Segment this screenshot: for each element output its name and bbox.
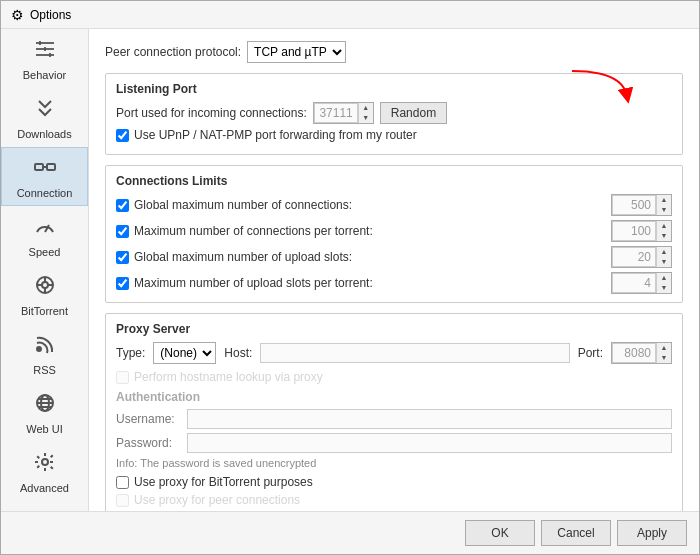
proxy-port-down[interactable]: ▼: [657, 353, 671, 363]
upnp-label: Use UPnP / NAT-PMP port forwarding from …: [134, 128, 417, 142]
protocol-section: Peer connection protocol: TCP and µTP: [105, 41, 683, 63]
auth-section: Authentication Username: Password: Info:…: [116, 390, 672, 469]
proxy-port-spinner[interactable]: 8080 ▲ ▼: [611, 342, 672, 364]
upload-per-torrent-row: Maximum number of upload slots per torre…: [116, 272, 672, 294]
hostname-lookup-checkbox[interactable]: [116, 371, 129, 384]
global-max-label: Global maximum number of connections:: [134, 198, 352, 212]
upload-slots-spinner[interactable]: 20 ▲ ▼: [611, 246, 672, 268]
hostname-lookup-row: Perform hostname lookup via proxy: [116, 370, 672, 384]
upload-per-torrent-checkbox[interactable]: [116, 277, 129, 290]
upload-per-torrent-up[interactable]: ▲: [657, 273, 671, 283]
upload-per-torrent-spinner[interactable]: 4 ▲ ▼: [611, 272, 672, 294]
svg-rect-6: [35, 164, 43, 170]
proxy-title: Proxy Server: [116, 322, 672, 336]
port-spin-up[interactable]: ▲: [359, 103, 373, 113]
proxy-port-label: Port:: [578, 346, 603, 360]
global-max-down[interactable]: ▼: [657, 205, 671, 215]
proxy-bittorrent-row: Use proxy for BitTorrent purposes: [116, 475, 672, 489]
password-label: Password:: [116, 436, 181, 450]
password-row: Password:: [116, 433, 672, 453]
global-max-input[interactable]: 500: [612, 195, 656, 215]
global-max-up[interactable]: ▲: [657, 195, 671, 205]
proxy-port-up[interactable]: ▲: [657, 343, 671, 353]
title-text: Options: [30, 8, 71, 22]
port-row: Port used for incoming connections: 3711…: [116, 102, 672, 124]
upnp-checkbox[interactable]: [116, 129, 129, 142]
max-per-torrent-row: Maximum number of connections per torren…: [116, 220, 672, 242]
speed-icon: [33, 215, 57, 243]
sidebar-item-speed[interactable]: Speed: [1, 206, 88, 265]
upload-per-torrent-down[interactable]: ▼: [657, 283, 671, 293]
proxy-bittorrent-label: Use proxy for BitTorrent purposes: [134, 475, 313, 489]
max-per-torrent-spinner[interactable]: 100 ▲ ▼: [611, 220, 672, 242]
listening-port-title: Listening Port: [116, 82, 672, 96]
proxy-type-select[interactable]: (None): [153, 342, 216, 364]
proxy-port-input[interactable]: 8080: [612, 343, 656, 363]
upload-per-torrent-label: Maximum number of upload slots per torre…: [134, 276, 373, 290]
global-max-spinner[interactable]: 500 ▲ ▼: [611, 194, 672, 216]
port-input[interactable]: 37111: [314, 103, 358, 123]
upload-slots-input[interactable]: 20: [612, 247, 656, 267]
svg-rect-7: [47, 164, 55, 170]
title-bar: ⚙ Options: [1, 1, 699, 29]
max-per-torrent-down[interactable]: ▼: [657, 231, 671, 241]
auth-title: Authentication: [116, 390, 672, 404]
sidebar-item-downloads[interactable]: Downloads: [1, 88, 88, 147]
password-input[interactable]: [187, 433, 672, 453]
bittorrent-icon: [33, 274, 57, 302]
upload-slots-up[interactable]: ▲: [657, 247, 671, 257]
global-max-left: Global maximum number of connections:: [116, 198, 611, 212]
upload-slots-checkbox[interactable]: [116, 251, 129, 264]
sidebar-label-bittorrent: BitTorrent: [21, 305, 68, 317]
downloads-icon: [33, 97, 57, 125]
port-label: Port used for incoming connections:: [116, 106, 307, 120]
sidebar-item-behavior[interactable]: Behavior: [1, 29, 88, 88]
max-per-torrent-checkbox[interactable]: [116, 225, 129, 238]
sidebar-label-downloads: Downloads: [17, 128, 71, 140]
proxy-host-label: Host:: [224, 346, 252, 360]
sidebar-item-webui[interactable]: Web UI: [1, 383, 88, 442]
options-window: ⚙ Options Behavior: [0, 0, 700, 555]
proxy-server-group: Proxy Server Type: (None) Host: Port: 80…: [105, 313, 683, 511]
global-max-checkbox[interactable]: [116, 199, 129, 212]
proxy-type-row: Type: (None) Host: Port: 8080 ▲ ▼: [116, 342, 672, 364]
ok-button[interactable]: OK: [465, 520, 535, 546]
svg-point-18: [37, 347, 41, 351]
rss-icon: [33, 333, 57, 361]
sidebar-item-rss[interactable]: RSS: [1, 324, 88, 383]
upload-slots-down[interactable]: ▼: [657, 257, 671, 267]
max-per-torrent-input[interactable]: 100: [612, 221, 656, 241]
apply-button[interactable]: Apply: [617, 520, 687, 546]
username-input[interactable]: [187, 409, 672, 429]
sidebar: Behavior Downloads: [1, 29, 89, 511]
random-button[interactable]: Random: [380, 102, 447, 124]
proxy-peer-checkbox[interactable]: [116, 494, 129, 507]
port-spin-down[interactable]: ▼: [359, 113, 373, 123]
protocol-select[interactable]: TCP and µTP: [247, 41, 346, 63]
connections-limits-group: Connections Limits Global maximum number…: [105, 165, 683, 303]
svg-point-13: [42, 282, 48, 288]
sidebar-label-webui: Web UI: [26, 423, 62, 435]
sidebar-item-advanced[interactable]: Advanced: [1, 442, 88, 501]
cancel-button[interactable]: Cancel: [541, 520, 611, 546]
upnp-row: Use UPnP / NAT-PMP port forwarding from …: [116, 128, 672, 142]
info-text: Info: The password is saved unencrypted: [116, 457, 672, 469]
sidebar-label-behavior: Behavior: [23, 69, 66, 81]
webui-icon: [33, 392, 57, 420]
proxy-bittorrent-checkbox[interactable]: [116, 476, 129, 489]
upload-per-torrent-input[interactable]: 4: [612, 273, 656, 293]
main-panel: Peer connection protocol: TCP and µTP Li…: [89, 29, 699, 511]
listening-port-group: Listening Port Port used for incoming co…: [105, 73, 683, 155]
upload-slots-label: Global maximum number of upload slots:: [134, 250, 352, 264]
sidebar-item-bittorrent[interactable]: BitTorrent: [1, 265, 88, 324]
username-row: Username:: [116, 409, 672, 429]
advanced-icon: [33, 451, 57, 479]
proxy-type-label: Type:: [116, 346, 145, 360]
hostname-lookup-label: Perform hostname lookup via proxy: [134, 370, 323, 384]
svg-point-24: [42, 459, 48, 465]
proxy-host-input[interactable]: [260, 343, 569, 363]
max-per-torrent-up[interactable]: ▲: [657, 221, 671, 231]
port-spinner[interactable]: 37111 ▲ ▼: [313, 102, 374, 124]
sidebar-item-connection[interactable]: Connection: [1, 147, 88, 206]
proxy-peer-label: Use proxy for peer connections: [134, 493, 300, 507]
